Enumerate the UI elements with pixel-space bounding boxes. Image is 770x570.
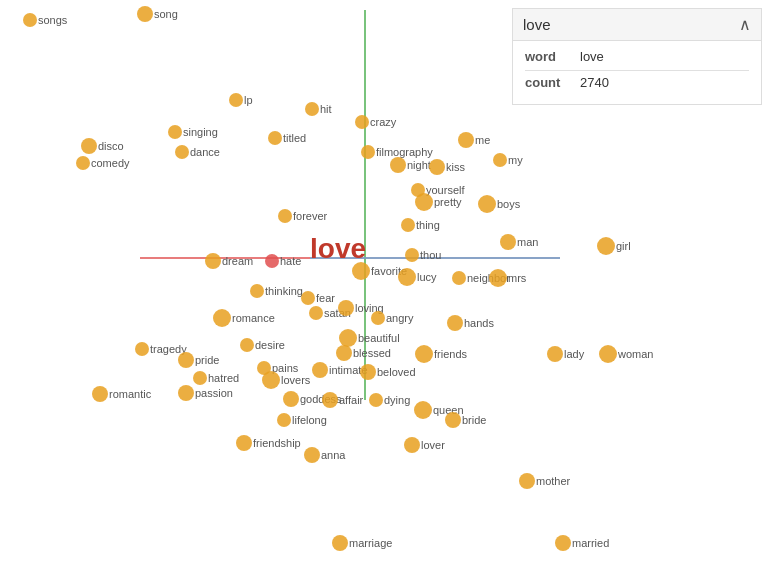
word-node-man[interactable]: man bbox=[500, 234, 538, 250]
label-beloved: beloved bbox=[377, 366, 416, 378]
word-node-angry[interactable]: angry bbox=[371, 311, 414, 325]
word-node-pride[interactable]: pride bbox=[178, 352, 219, 368]
word-node-fear[interactable]: fear bbox=[301, 291, 335, 305]
word-node-dying[interactable]: dying bbox=[369, 393, 410, 407]
word-node-song[interactable]: song bbox=[137, 6, 178, 22]
dot-mother bbox=[519, 473, 535, 489]
label-hate: hate bbox=[280, 255, 301, 267]
word-node-singing[interactable]: singing bbox=[168, 125, 218, 139]
word-node-girl[interactable]: girl bbox=[597, 237, 631, 255]
word-node-pains[interactable]: pains bbox=[257, 361, 299, 375]
label-me: me bbox=[475, 134, 490, 146]
word-node-thing[interactable]: thing bbox=[401, 218, 440, 232]
word-node-disco[interactable]: disco bbox=[81, 138, 124, 154]
label-fear: fear bbox=[316, 292, 335, 304]
label-titled: titled bbox=[283, 132, 306, 144]
dot-friendship bbox=[236, 435, 252, 451]
word-node-hands[interactable]: hands bbox=[447, 315, 494, 331]
word-node-crazy[interactable]: crazy bbox=[355, 115, 397, 129]
word-node-kiss[interactable]: kiss bbox=[429, 159, 465, 175]
dot-favorite bbox=[352, 262, 370, 280]
dot-affair bbox=[322, 392, 338, 408]
label-dying: dying bbox=[384, 394, 410, 406]
dot-man bbox=[500, 234, 516, 250]
word-node-intimate[interactable]: intimate bbox=[312, 362, 368, 378]
word-node-songs[interactable]: songs bbox=[23, 13, 68, 27]
word-node-lifelong[interactable]: lifelong bbox=[277, 413, 327, 427]
word-node-bride[interactable]: bride bbox=[445, 412, 486, 428]
label-lovers: lovers bbox=[281, 374, 311, 386]
word-node-lady[interactable]: lady bbox=[547, 346, 585, 362]
label-dance: dance bbox=[190, 146, 220, 158]
label-romance: romance bbox=[232, 312, 275, 324]
dot-thing bbox=[401, 218, 415, 232]
label-lp: lp bbox=[244, 94, 253, 106]
word-node-filmography[interactable]: filmography bbox=[361, 145, 433, 159]
word-node-forever[interactable]: forever bbox=[278, 209, 328, 223]
word-node-romantic[interactable]: romantic bbox=[92, 386, 152, 402]
word-key: word bbox=[525, 49, 580, 64]
label-anna: anna bbox=[321, 449, 346, 461]
word-node-lover[interactable]: lover bbox=[404, 437, 445, 453]
word-node-lucy[interactable]: lucy bbox=[398, 268, 437, 286]
word-node-love[interactable]: love bbox=[310, 233, 366, 264]
word-node-night[interactable]: night bbox=[390, 157, 431, 173]
word-node-anna[interactable]: anna bbox=[304, 447, 346, 463]
panel-title: love bbox=[523, 16, 551, 33]
dot-night bbox=[390, 157, 406, 173]
dot-crazy bbox=[355, 115, 369, 129]
word-row: word love bbox=[525, 49, 749, 64]
label-tragedy: tragedy bbox=[150, 343, 187, 355]
word-node-friendship[interactable]: friendship bbox=[236, 435, 301, 451]
label-thou: thou bbox=[420, 249, 441, 261]
word-node-lovers[interactable]: lovers bbox=[262, 371, 311, 389]
count-key: count bbox=[525, 75, 580, 90]
word-node-titled[interactable]: titled bbox=[268, 131, 306, 145]
word-node-dream[interactable]: dream bbox=[205, 253, 253, 269]
label-passion: passion bbox=[195, 387, 233, 399]
word-node-me[interactable]: me bbox=[458, 132, 490, 148]
word-node-friends[interactable]: friends bbox=[415, 345, 468, 363]
word-node-blessed[interactable]: blessed bbox=[336, 345, 391, 361]
word-node-thinking[interactable]: thinking bbox=[250, 284, 303, 298]
dot-tragedy bbox=[135, 342, 149, 356]
word-node-my[interactable]: my bbox=[493, 153, 523, 167]
dot-boys bbox=[478, 195, 496, 213]
word-node-romance[interactable]: romance bbox=[213, 309, 275, 327]
panel-toggle-button[interactable]: ∧ bbox=[739, 15, 751, 34]
word-node-marriage[interactable]: marriage bbox=[332, 535, 392, 551]
word-node-desire[interactable]: desire bbox=[240, 338, 285, 352]
label-mrs: mrs bbox=[508, 272, 527, 284]
label-filmography: filmography bbox=[376, 146, 433, 158]
word-node-boys[interactable]: boys bbox=[478, 195, 521, 213]
word-node-thou[interactable]: thou bbox=[405, 248, 441, 262]
word-node-comedy[interactable]: comedy bbox=[76, 156, 130, 170]
word-node-lp[interactable]: lp bbox=[229, 93, 253, 107]
label-hatred: hatred bbox=[208, 372, 239, 384]
word-node-beautiful[interactable]: beautiful bbox=[339, 329, 400, 347]
label-friends: friends bbox=[434, 348, 468, 360]
word-node-married[interactable]: married bbox=[555, 535, 609, 551]
dot-beloved bbox=[360, 364, 376, 380]
word-node-passion[interactable]: passion bbox=[178, 385, 233, 401]
dot-lucy bbox=[398, 268, 416, 286]
word-node-woman[interactable]: woman bbox=[599, 345, 653, 363]
word-node-beloved[interactable]: beloved bbox=[360, 364, 416, 380]
label-pretty: pretty bbox=[434, 196, 462, 208]
word-node-pretty[interactable]: pretty bbox=[415, 193, 462, 211]
label-lover: lover bbox=[421, 439, 445, 451]
label-thinking: thinking bbox=[265, 285, 303, 297]
word-node-affair[interactable]: affair bbox=[322, 392, 364, 408]
label-hit: hit bbox=[320, 103, 332, 115]
dot-girl bbox=[597, 237, 615, 255]
label-kiss: kiss bbox=[446, 161, 465, 173]
label-lifelong: lifelong bbox=[292, 414, 327, 426]
word-node-hit[interactable]: hit bbox=[305, 102, 332, 116]
word-node-hatred[interactable]: hatred bbox=[193, 371, 239, 385]
word-node-dance[interactable]: dance bbox=[175, 145, 220, 159]
dot-hit bbox=[305, 102, 319, 116]
word-node-tragedy[interactable]: tragedy bbox=[135, 342, 187, 356]
word-node-mrs[interactable]: mrs bbox=[489, 269, 527, 287]
word-node-mother[interactable]: mother bbox=[519, 473, 571, 489]
word-node-hate[interactable]: hate bbox=[265, 254, 301, 268]
